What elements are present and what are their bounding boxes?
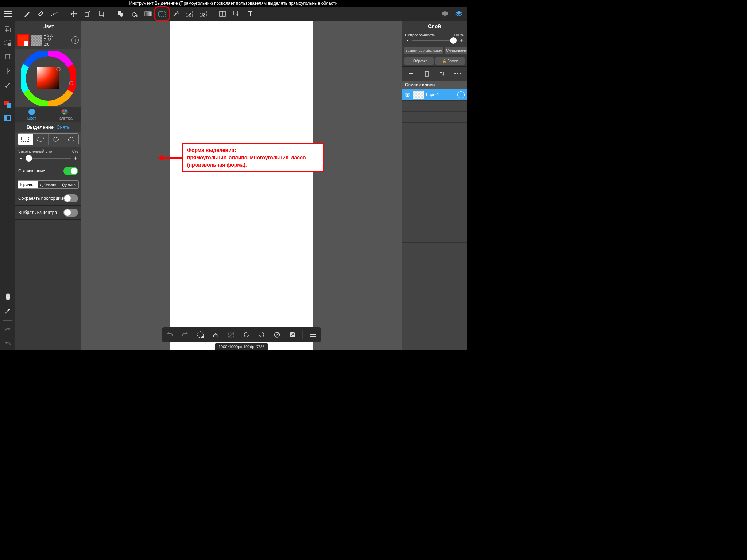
svg-rect-19 bbox=[8, 43, 11, 46]
eraser-tool[interactable] bbox=[34, 7, 47, 20]
lasso-shape-button[interactable] bbox=[63, 134, 78, 145]
select-cursor-tool[interactable] bbox=[230, 7, 243, 20]
reorder-layer-button[interactable] bbox=[437, 69, 447, 78]
fullscreen-icon[interactable] bbox=[2, 112, 13, 124]
lock-button[interactable]: 🔒Замок bbox=[435, 57, 465, 65]
undo-icon[interactable] bbox=[2, 338, 13, 350]
invert-button[interactable] bbox=[272, 330, 282, 340]
selection-shape-segment bbox=[18, 133, 79, 145]
add-layer-button[interactable] bbox=[406, 69, 416, 78]
shape-tool[interactable] bbox=[114, 7, 127, 20]
layer-more-button[interactable] bbox=[453, 69, 462, 78]
hand-tool[interactable] bbox=[2, 291, 13, 303]
layers-icon[interactable] bbox=[452, 7, 465, 20]
opacity-slider[interactable]: -+ bbox=[405, 37, 464, 44]
gradient-tool[interactable] bbox=[142, 7, 155, 20]
svg-rect-9 bbox=[159, 11, 165, 16]
color-swap-icon[interactable] bbox=[2, 98, 13, 110]
svg-point-43 bbox=[454, 73, 456, 74]
rounded-corner-value: 0% bbox=[72, 149, 78, 153]
eyedropper-tool[interactable] bbox=[2, 305, 13, 317]
transform-tool[interactable] bbox=[81, 7, 94, 20]
expand-button[interactable] bbox=[287, 330, 298, 340]
svg-point-1 bbox=[53, 13, 54, 15]
svg-rect-30 bbox=[22, 137, 29, 141]
marquee-icon[interactable] bbox=[2, 37, 13, 49]
select-eraser-tool[interactable] bbox=[197, 7, 210, 20]
layer-info-icon[interactable]: i bbox=[457, 91, 465, 98]
tooltip-bar: Инструмент Выделение (Прямоугольник) поз… bbox=[0, 0, 467, 7]
rotate-ccw-button[interactable] bbox=[241, 330, 252, 340]
canvas-area: Форма выделения: прямоугольник, эллипс, … bbox=[81, 21, 402, 350]
polygon-shape-button[interactable] bbox=[49, 134, 64, 145]
chat-icon[interactable] bbox=[438, 7, 452, 20]
smoothing-toggle[interactable] bbox=[63, 167, 78, 175]
mode-normal-button[interactable]: Нормаль… bbox=[18, 181, 38, 188]
svg-line-36 bbox=[229, 332, 234, 337]
clear-selection-button[interactable]: Снять bbox=[57, 124, 70, 130]
deselect-button[interactable] bbox=[226, 330, 236, 340]
mode-add-button[interactable]: Добавить bbox=[38, 181, 59, 188]
text-tool[interactable] bbox=[244, 7, 257, 20]
dotted-line-tool[interactable] bbox=[48, 7, 61, 20]
primary-color-swatch[interactable] bbox=[18, 35, 28, 46]
layout-tool[interactable] bbox=[216, 7, 229, 20]
canvas-info: 1000*1000px 192dpi 76% bbox=[215, 343, 268, 350]
svg-rect-23 bbox=[7, 103, 11, 108]
ellipse-shape-button[interactable] bbox=[33, 134, 49, 145]
copy-icon[interactable] bbox=[2, 23, 13, 35]
save-button[interactable] bbox=[211, 330, 221, 340]
brush-tool[interactable] bbox=[20, 7, 34, 20]
rotate-cw-button[interactable] bbox=[257, 330, 267, 340]
menu-button[interactable] bbox=[1, 7, 15, 20]
svg-point-15 bbox=[442, 11, 448, 16]
rounded-corner-label: Закругленный угол bbox=[18, 149, 53, 153]
select-brush-tool[interactable] bbox=[183, 7, 196, 20]
blend-button[interactable]: Смешивание› bbox=[445, 47, 467, 54]
crop-tool[interactable] bbox=[95, 7, 108, 20]
palette-tab[interactable]: Палитра bbox=[48, 107, 81, 122]
svg-point-7 bbox=[136, 15, 138, 17]
info-icon[interactable]: i bbox=[71, 36, 79, 44]
keep-ratio-label: Сохранять пропорции bbox=[18, 196, 63, 201]
magic-wand-tool[interactable] bbox=[169, 7, 182, 20]
svg-point-44 bbox=[457, 73, 458, 74]
rounded-corner-slider[interactable]: -+ bbox=[18, 155, 78, 162]
rect-shape-button[interactable] bbox=[18, 134, 33, 145]
redo-icon[interactable] bbox=[2, 324, 13, 336]
secondary-color-swatch[interactable] bbox=[31, 35, 42, 46]
svg-point-6 bbox=[120, 13, 123, 17]
from-center-toggle[interactable] bbox=[63, 209, 78, 217]
lock-icon: 🔒 bbox=[442, 59, 446, 63]
layer-item[interactable]: Layer1 i bbox=[402, 89, 467, 100]
annotation-arrow bbox=[158, 152, 183, 163]
protect-alpha-button[interactable]: Защитить Альфа-канал bbox=[404, 47, 443, 54]
keep-ratio-toggle[interactable] bbox=[63, 194, 78, 202]
redo-button[interactable] bbox=[180, 330, 190, 340]
color-panel-title: Цвет bbox=[15, 21, 81, 31]
rotate-icon[interactable] bbox=[2, 51, 13, 63]
crop-button[interactable]: ↓Обрезка bbox=[404, 57, 434, 65]
rotate-selection-button[interactable] bbox=[196, 330, 206, 340]
svg-rect-27 bbox=[37, 67, 59, 89]
svg-point-0 bbox=[51, 15, 52, 16]
color-wheel[interactable] bbox=[21, 51, 76, 106]
mode-remove-button[interactable]: Удалить bbox=[58, 181, 78, 188]
fill-tool[interactable] bbox=[128, 7, 141, 20]
canvas-toolbar bbox=[162, 327, 321, 342]
flip-icon[interactable] bbox=[2, 65, 13, 77]
more-menu-button[interactable] bbox=[308, 330, 318, 340]
svg-point-2 bbox=[55, 13, 56, 14]
drawing-canvas[interactable] bbox=[170, 21, 313, 350]
color-tab[interactable]: Цвет bbox=[15, 107, 48, 122]
layer-panel: Слой Непрозрачность100% -+ Защитить Альф… bbox=[402, 21, 467, 350]
visibility-icon[interactable] bbox=[404, 92, 411, 98]
svg-rect-17 bbox=[7, 28, 11, 32]
rect-select-tool[interactable] bbox=[155, 7, 169, 20]
opacity-value: 100% bbox=[454, 33, 464, 37]
undo-button[interactable] bbox=[165, 330, 175, 340]
brush-icon[interactable] bbox=[2, 79, 13, 90]
move-tool[interactable] bbox=[67, 7, 80, 20]
delete-layer-button[interactable] bbox=[422, 69, 431, 78]
svg-rect-4 bbox=[85, 13, 89, 16]
